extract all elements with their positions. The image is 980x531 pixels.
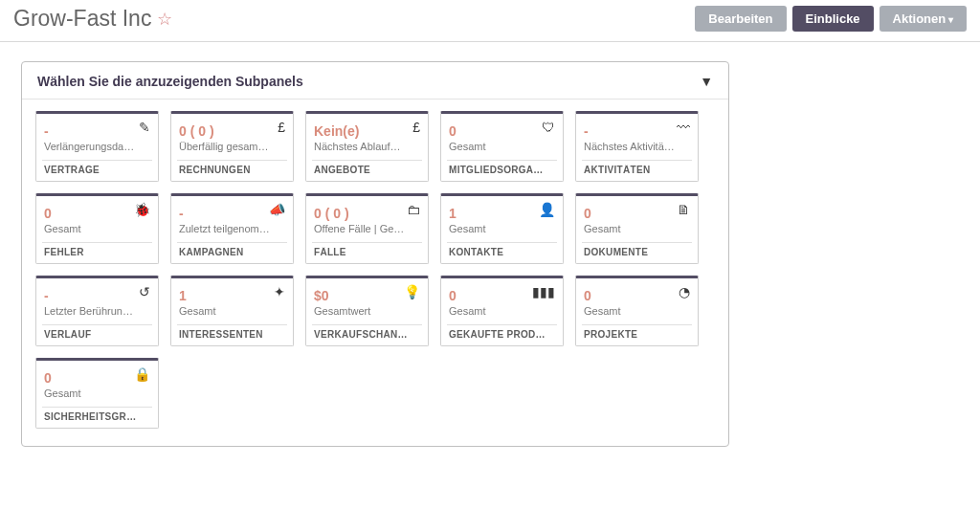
panel-title: Wählen Sie die anzuzeigenden Subpanels	[37, 74, 303, 89]
header-actions: Bearbeiten Einblicke Aktionen	[695, 6, 967, 32]
card-subtitle: Gesamt	[179, 305, 285, 317]
barchart-icon: ▮▮▮	[532, 284, 555, 299]
card-divider	[42, 407, 152, 408]
card-value: Kein(e)	[314, 123, 410, 139]
card-subtitle: Gesamt	[44, 387, 150, 399]
card-subtitle: Gesamt	[449, 305, 555, 317]
subpanel-card[interactable]: ↺-Letzter Berührun…VERLAUF	[35, 276, 159, 346]
lock-icon: 🔒	[134, 366, 150, 382]
card-subtitle: Gesamt	[584, 223, 690, 234]
card-subtitle: Gesamt	[44, 223, 150, 234]
card-footer-label: KAMPAGNEN	[179, 247, 285, 257]
card-value: 0	[449, 123, 545, 139]
card-value: 0	[44, 370, 140, 386]
subpanel-card[interactable]: ▮▮▮0GesamtGEKAUFTE PROD…	[440, 276, 564, 346]
subpanel-card[interactable]: 💡$0GesamtwertVERKAUFSCHAN…	[305, 276, 429, 346]
card-value: 1	[179, 288, 275, 303]
card-footer-label: MITGLIEDSORGA…	[449, 165, 555, 175]
card-subtitle: Gesamt	[449, 223, 555, 234]
subpanel-card[interactable]: ✦1GesamtINTERESSENTEN	[170, 276, 294, 346]
card-footer-label: ANGEBOTE	[314, 165, 420, 175]
subpanel-card[interactable]: 〰-Nächstes Aktivitä…AKTIVITÄTEN	[575, 111, 699, 182]
card-footer-label: VERKAUFSCHAN…	[314, 329, 420, 340]
card-subtitle: Verlängerungsda…	[44, 141, 150, 152]
card-value: 1	[449, 206, 545, 221]
target-icon: ✦	[274, 284, 285, 299]
subpanel-card[interactable]: 🗀0 ( 0 )Offene Fälle | Ge…FÄLLE	[305, 193, 429, 264]
card-divider	[582, 242, 692, 243]
card-value: 0	[584, 288, 679, 303]
card-divider	[447, 324, 557, 325]
lightbulb-icon: 💡	[404, 284, 420, 299]
subpanel-card[interactable]: 🗎0GesamtDOKUMENTE	[575, 193, 699, 264]
subpanel-card[interactable]: 🔒0GesamtSICHERHEITSGR…	[35, 358, 159, 429]
subpanel-card[interactable]: ✎-Verlängerungsda…VERTRÄGE	[35, 111, 159, 182]
card-subtitle: Letzter Berührun…	[44, 305, 150, 317]
card-value: $0	[314, 288, 410, 303]
folder-icon: 🗀	[407, 202, 420, 217]
document-icon: 🗎	[677, 202, 690, 217]
card-divider	[177, 160, 287, 161]
shield-icon: 🛡	[542, 120, 555, 135]
card-divider	[42, 160, 152, 161]
card-divider	[42, 324, 152, 325]
card-value: -	[44, 288, 140, 303]
subpanel-card[interactable]: 👤1GesamtKONTAKTE	[440, 193, 564, 264]
card-footer-label: INTERESSENTEN	[179, 329, 285, 340]
bug-icon: 🐞	[134, 202, 150, 217]
title-block: Grow-Fast Inc ☆	[13, 6, 172, 32]
subpanel-card[interactable]: ◔0GesamtPROJEKTE	[575, 276, 699, 346]
card-value: 0	[584, 206, 679, 221]
card-footer-label: FEHLER	[44, 247, 150, 257]
card-subtitle: Zuletzt teilgenom…	[179, 223, 285, 234]
subpanel-selector: Wählen Sie die anzuzeigenden Subpanels ▼…	[21, 61, 729, 447]
main-area: Wählen Sie die anzuzeigenden Subpanels ▼…	[0, 42, 980, 447]
card-subtitle: Überfällig gesam…	[179, 141, 285, 152]
card-divider	[177, 324, 287, 325]
card-subtitle: Gesamt	[449, 141, 555, 152]
signature-icon: ✎	[139, 120, 150, 135]
card-footer-label: GEKAUFTE PROD…	[449, 329, 555, 340]
history-icon: ↺	[139, 284, 150, 299]
card-footer-label: RECHNUNGEN	[179, 165, 285, 175]
favorite-star-icon[interactable]: ☆	[157, 11, 172, 28]
card-footer-label: VERLAUF	[44, 329, 150, 340]
page-header: Grow-Fast Inc ☆ Bearbeiten Einblicke Akt…	[0, 0, 980, 42]
subpanel-card[interactable]: 🛡0GesamtMITGLIEDSORGA…	[440, 111, 564, 182]
subpanel-card[interactable]: 📣-Zuletzt teilgenom…KAMPAGNEN	[170, 193, 294, 264]
insights-button[interactable]: Einblicke	[792, 6, 874, 32]
card-divider	[447, 160, 557, 161]
card-divider	[312, 324, 422, 325]
card-value: -	[44, 123, 140, 139]
card-footer-label: DOKUMENTE	[584, 247, 690, 257]
card-subtitle: Offene Fälle | Ge…	[314, 223, 420, 234]
panel-header[interactable]: Wählen Sie die anzuzeigenden Subpanels ▼	[22, 62, 728, 100]
collapse-toggle-icon[interactable]: ▼	[700, 74, 713, 89]
megaphone-icon: 📣	[269, 202, 285, 217]
subpanel-card[interactable]: £Kein(e)Nächstes Ablauf…ANGEBOTE	[305, 111, 429, 182]
card-divider	[312, 242, 422, 243]
page-title: Grow-Fast Inc	[13, 6, 151, 32]
card-value: 0	[44, 206, 140, 221]
card-value: 0 ( 0 )	[314, 206, 410, 221]
card-value: -	[179, 206, 275, 221]
card-divider	[582, 324, 692, 325]
subpanel-card[interactable]: 🐞0GesamtFEHLER	[35, 193, 159, 264]
card-footer-label: KONTAKTE	[449, 247, 555, 257]
card-divider	[312, 160, 422, 161]
card-subtitle: Nächstes Ablauf…	[314, 141, 420, 152]
card-footer-label: SICHERHEITSGR…	[44, 411, 150, 422]
activity-icon: 〰	[677, 120, 690, 135]
card-footer-label: VERTRÄGE	[44, 165, 150, 175]
edit-button[interactable]: Bearbeiten	[695, 6, 786, 32]
card-footer-label: PROJEKTE	[584, 329, 690, 340]
subpanel-card[interactable]: £0 ( 0 )Überfällig gesam…RECHNUNGEN	[170, 111, 294, 182]
card-footer-label: FÄLLE	[314, 247, 420, 257]
card-value: -	[584, 123, 679, 139]
pound-box-icon: £	[278, 120, 285, 135]
actions-dropdown-button[interactable]: Aktionen	[880, 6, 967, 32]
card-subtitle: Gesamtwert	[314, 305, 420, 317]
card-subtitle: Nächstes Aktivitä…	[584, 141, 690, 152]
card-divider	[177, 242, 287, 243]
card-divider	[42, 242, 152, 243]
